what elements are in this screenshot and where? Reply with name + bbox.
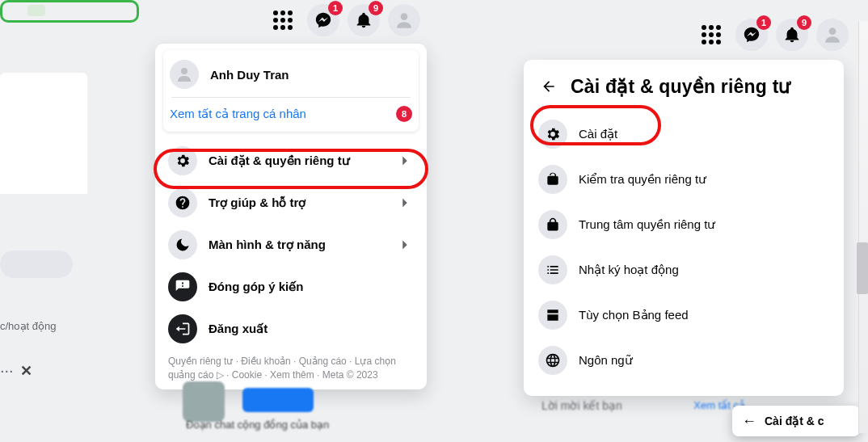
messenger-icon — [314, 11, 332, 29]
arrow-left-icon — [541, 78, 557, 95]
apps-grid-icon — [702, 25, 721, 44]
chevron-right-icon — [396, 194, 414, 212]
svg-point-2 — [181, 68, 188, 74]
blurred-background: Đoạn chat cộng đồng của bạn — [162, 388, 436, 438]
notifications-button[interactable]: 9 — [776, 19, 808, 51]
avatar-icon — [822, 24, 843, 45]
moon-icon — [168, 230, 197, 259]
panel-title: Cài đặt & quyền riêng tư — [571, 76, 791, 98]
messenger-icon — [743, 26, 761, 44]
submenu-item-unlock[interactable]: Kiểm tra quyền riêng tư — [533, 157, 834, 202]
svg-point-0 — [401, 13, 408, 20]
avatar-icon — [170, 60, 199, 89]
notifications-button[interactable]: 9 — [348, 4, 380, 36]
mini-settings-popup[interactable]: ← Cài đặt & c — [732, 406, 860, 436]
apps-menu-button[interactable] — [267, 4, 299, 36]
help-icon — [168, 188, 197, 217]
green-pill — [27, 5, 45, 16]
close-icon[interactable]: ✕ — [20, 362, 32, 380]
footer-links[interactable]: Quyền riêng tư · Điều khoản · Quảng cáo … — [163, 350, 419, 385]
scrollbar-thumb[interactable] — [857, 242, 868, 294]
messenger-badge: 1 — [756, 15, 771, 30]
gear-icon — [168, 146, 197, 175]
notifications-badge: 9 — [797, 15, 811, 30]
account-menu: Anh Duy Tran Xem tất cả trang cá nhân 8 … — [155, 44, 427, 389]
apps-menu-button[interactable] — [695, 19, 727, 51]
submenu-item-label: Tùy chọn Bảng feed — [579, 308, 829, 322]
feed-icon — [538, 301, 567, 330]
back-button[interactable] — [535, 73, 563, 100]
chevron-right-icon — [396, 236, 414, 254]
lock-icon — [538, 210, 567, 239]
notifications-badge: 9 — [369, 1, 383, 15]
see-all-profiles-link[interactable]: Xem tất cả trang cá nhân 8 — [165, 99, 417, 128]
profiles-badge: 8 — [396, 106, 412, 122]
submenu-item-label: Trung tâm quyền riêng tư — [579, 217, 829, 232]
avatar-icon — [394, 10, 415, 31]
menu-item-help[interactable]: Trợ giúp & hỗ trợ — [163, 182, 419, 224]
profile-avatar-button[interactable] — [388, 4, 420, 36]
submenu-item-label: Kiểm tra quyền riêng tư — [579, 172, 829, 187]
settings-privacy-menu: Cài đặt & quyền riêng tư Cài đặtKiểm tra… — [524, 60, 844, 396]
submenu-item-label: Ngôn ngữ — [579, 353, 829, 368]
arrow-left-icon: ← — [742, 413, 756, 430]
green-highlight-box — [0, 0, 139, 23]
submenu-item-feed[interactable]: Tùy chọn Bảng feed — [533, 293, 834, 338]
mini-popup-title: Cài đặt & c — [765, 415, 824, 427]
submenu-item-lock[interactable]: Trung tâm quyền riêng tư — [533, 202, 834, 247]
menu-item-label: Đóng góp ý kiến — [209, 280, 414, 294]
submenu-item-label: Cài đặt — [579, 127, 829, 141]
logout-icon — [168, 314, 197, 343]
profile-name: Anh Duy Tran — [210, 68, 412, 82]
menu-item-gear[interactable]: Cài đặt & quyền riêng tư — [163, 140, 419, 182]
topbar-left: 1 9 — [267, 2, 420, 39]
apps-grid-icon — [273, 11, 293, 30]
bell-icon — [355, 11, 373, 29]
menu-item-label: Đăng xuất — [209, 322, 414, 336]
scrollbar-track[interactable] — [858, 21, 868, 433]
submenu-item-list[interactable]: Nhật ký hoạt động — [533, 247, 834, 293]
friend-requests-label: Lời mời kết bạn — [541, 399, 622, 412]
unlock-icon — [538, 165, 567, 194]
messenger-button[interactable]: 1 — [735, 19, 768, 51]
feedback-icon — [168, 272, 197, 301]
activity-text: c/hoạt động — [0, 320, 87, 332]
bell-icon — [783, 26, 801, 44]
blurred-caption: Đoạn chat cộng đồng của bạn — [186, 419, 329, 431]
profile-avatar-button[interactable] — [816, 19, 849, 51]
list-icon — [538, 255, 567, 284]
gear-icon — [538, 120, 567, 149]
left-blurred-column: c/hoạt động ···✕ — [0, 73, 87, 412]
submenu-item-label: Nhật ký hoạt động — [579, 263, 829, 277]
svg-point-1 — [829, 27, 836, 35]
more-icon[interactable]: ··· — [0, 361, 14, 380]
chevron-right-icon — [396, 152, 414, 170]
globe-icon — [538, 346, 567, 375]
menu-item-logout[interactable]: Đăng xuất — [163, 308, 419, 350]
submenu-item-globe[interactable]: Ngôn ngữ — [533, 338, 834, 383]
menu-item-label: Cài đặt & quyền riêng tư — [209, 154, 385, 168]
menu-item-moon[interactable]: Màn hình & trợ năng — [163, 224, 419, 266]
topbar-right: 1 9 — [695, 16, 849, 53]
submenu-item-gear[interactable]: Cài đặt — [533, 112, 834, 157]
menu-item-label: Trợ giúp & hỗ trợ — [209, 196, 385, 210]
menu-item-label: Màn hình & trợ năng — [209, 238, 385, 252]
messenger-button[interactable]: 1 — [307, 4, 339, 36]
messenger-badge: 1 — [328, 1, 343, 15]
menu-item-feedback[interactable]: Đóng góp ý kiến — [163, 266, 419, 308]
profile-link[interactable]: Anh Duy Tran — [165, 53, 417, 95]
see-all-profiles-label: Xem tất cả trang cá nhân — [170, 107, 385, 121]
